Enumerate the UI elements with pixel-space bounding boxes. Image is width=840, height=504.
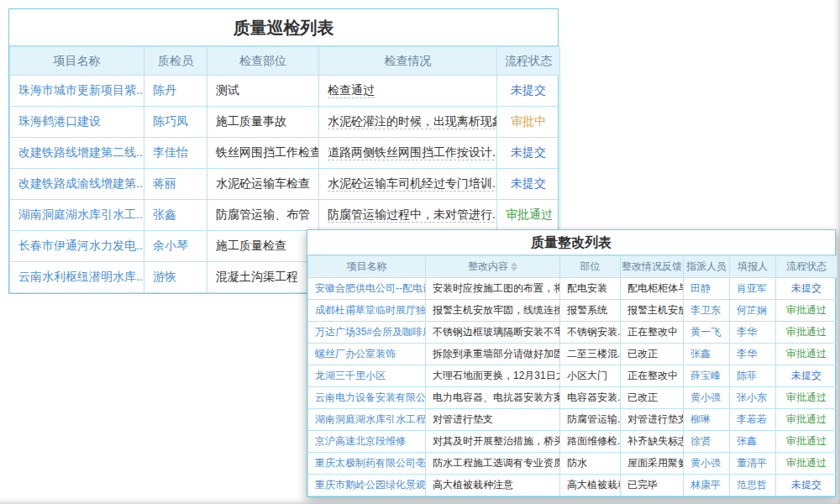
assignee-link[interactable]: 黄小强 [690,457,721,469]
feedback-text: 正在整改中 [627,326,678,338]
inspect-result-text: 防腐管运输过程中，未对管进行... [328,207,497,223]
inspection-table-row: 改建铁路成渝线增建第... 蒋丽 水泥砼运输车检查 水泥砼运输车司机经过专门培训… [10,169,560,200]
col-header-assignee: 指派人员 [684,256,730,278]
col-header-inspect-part: 检查部位 [207,47,319,76]
project-name-link[interactable]: 京沪高速北京段维修 [315,435,406,447]
rectify-content-text: 对管进行垫支 [433,413,493,425]
rectify-content-text: 对其及时开展整治措施，桥头... [433,435,560,447]
project-name-link[interactable]: 长春市伊通河水力发电... [18,239,144,252]
project-name-link[interactable]: 湖南洞庭湖水库引水工... [18,207,144,221]
project-name-link[interactable]: 改建铁路线增建第二线... [18,145,144,159]
reporter-link[interactable]: 李若若 [737,413,767,425]
col-header-reporter: 填报人 [730,256,776,278]
reporter-link[interactable]: 张鑫 [737,435,757,447]
inspect-part-text: 铁丝网围挡工作检查 [216,145,319,159]
flow-status-text: 未提交 [791,282,822,294]
inspector-link[interactable]: 蒋丽 [153,176,176,190]
project-name-link[interactable]: 万达广场35#会所及咖啡厅空... [315,326,426,338]
reporter-link[interactable]: 董清平 [737,457,767,469]
part-text: 防腐管运输... [567,413,621,425]
assignee-link[interactable]: 薛宝峰 [690,370,721,381]
rectify-content-text: 不锈钢边框玻璃隔断安装不牢... [433,326,560,338]
flow-status-text: 审批通过 [506,207,553,221]
col-header-feedback: 整改情况反馈 [621,256,684,278]
project-name-link[interactable]: 成都杜甫草堂临时展厅独立展... [315,304,426,316]
rectification-table-row: 成都杜甫草堂临时展厅独立展... 报警主机安放牢固，线缆连接... 报警系统 报… [308,300,837,322]
inspector-link[interactable]: 陈巧凤 [153,114,188,128]
part-text: 配电安装 [567,282,607,294]
inspect-part-text: 施工质量事故 [216,114,286,128]
rectify-content-text: 高大植被栽种注意 [433,479,513,491]
assignee-link[interactable]: 黄小强 [690,391,721,403]
project-name-link[interactable]: 重庆太极制药有限公司亳州中... [315,457,426,469]
page: 质量巡检列表 项目名称 质检员 检查部位 检查情况 流程状态 珠海市城市更新项目… [0,0,840,504]
inspector-link[interactable]: 李佳怡 [153,145,188,159]
reporter-link[interactable]: 肖亚军 [737,282,767,294]
rectify-content-label: 整改内容 [468,260,508,272]
assignee-link[interactable]: 张鑫 [690,348,711,360]
reporter-link[interactable]: 陈菲 [737,370,757,381]
project-name-link[interactable]: 珠海鹤港口建设 [18,114,101,128]
inspector-link[interactable]: 陈丹 [153,83,176,97]
assignee-link[interactable]: 黄一飞 [690,326,721,338]
col-header-inspect-result: 检查情况 [319,47,497,76]
inspection-table-row: 湖南洞庭湖水库引水工... 张鑫 防腐管运输、布管 防腐管运输过程中，未对管进行… [10,200,560,231]
project-name-link[interactable]: 改建铁路成渝线增建第... [18,176,144,190]
project-name-link[interactable]: 螺丝厂办公室装饰 [315,348,396,360]
project-name-link[interactable]: 云南电力设备安装有限公司20... [315,391,426,403]
rectify-content-text: 大理石地面更换，12月31日之... [433,370,560,381]
flow-status-text: 未提交 [791,370,822,381]
inspector-link[interactable]: 游恢 [153,270,176,283]
project-name-link[interactable]: 湖南洞庭湖水库引水工程施工1标 [315,413,426,425]
feedback-text: 补齐缺失标志... [627,435,684,447]
flow-status-text: 未提交 [511,83,546,97]
project-name-link[interactable]: 云南水利枢纽潜明水库... [18,270,144,283]
rectification-table-row: 螺丝厂办公室装饰 拆除到承重墙部分请做好加固... 二至三楼混... 已改正 张… [308,344,837,365]
feedback-text: 已改正 [627,391,658,403]
assignee-link[interactable]: 徐贤 [690,435,711,447]
col-header-flow-status: 流程状态 [497,47,560,76]
inspect-part-text: 混凝土沟渠工程 [216,270,298,283]
inspect-result-text: 水泥砼运输车司机经过专门培训... [328,176,497,192]
inspector-link[interactable]: 余小琴 [153,239,188,252]
col-header-inspector: 质检员 [144,47,207,76]
rectification-table-row: 龙湖三千里小区 大理石地面更换，12月31日之... 小区大门 正在整改中 薛宝… [308,365,837,387]
flow-status-text: 审批通过 [786,304,827,316]
project-name-link[interactable]: 安徽合肥供电公司--配电设备... [315,282,426,294]
rectification-table-row: 湖南洞庭湖水库引水工程施工1标 对管进行垫支 防腐管运输... 对管进行垫支 柳… [308,409,837,431]
feedback-text: 已完毕 [627,479,658,491]
assignee-link[interactable]: 李卫东 [690,304,721,316]
assignee-link[interactable]: 田静 [690,282,711,294]
reporter-link[interactable]: 何芷娴 [737,304,767,316]
project-name-link[interactable]: 重庆市鹅岭公园绿化景观提升... [315,479,426,491]
rectify-content-text: 安装时应按施工图的布置，将... [433,282,560,294]
inspect-part-text: 测试 [216,83,239,97]
rectification-table-row: 京沪高速北京段维修 对其及时开展整治措施，桥头... 路面维修检... 补齐缺失… [308,431,837,453]
rectify-content-text: 报警主机安放牢固，线缆连接... [433,304,560,316]
inspection-table-row: 改建铁路线增建第二线... 李佳怡 铁丝网围挡工作检查 道路两侧铁丝网围挡工作按… [10,138,560,169]
inspection-table-row: 珠海鹤港口建设 陈巧凤 施工质量事故 水泥砼灌注的时候，出现离析现象 审批中 [10,107,560,138]
flow-status-text: 审批通过 [786,413,827,425]
project-name-link[interactable]: 珠海市城市更新项目紫... [18,83,144,97]
reporter-link[interactable]: 李华 [737,348,757,360]
flow-status-text: 审批通过 [786,348,827,360]
sort-icon[interactable] [511,262,517,271]
col-header-rectify-content[interactable]: 整改内容 [426,256,560,278]
part-text: 路面维修检... [567,435,621,447]
flow-status-text: 未提交 [511,176,546,190]
reporter-link[interactable]: 李华 [737,326,757,338]
rectification-table-row: 万达广场35#会所及咖啡厅空... 不锈钢边框玻璃隔断安装不牢... 不锈钢安装… [308,322,837,344]
rectification-table: 项目名称 整改内容 部位 整改情况反馈 指派人员 填报人 流程状态 安徽合肥供电… [307,255,837,496]
project-name-link[interactable]: 龙湖三千里小区 [315,370,386,381]
assignee-link[interactable]: 林康平 [690,479,721,491]
part-text: 二至三楼混... [567,348,621,360]
reporter-link[interactable]: 张小东 [737,391,767,403]
inspector-link[interactable]: 张鑫 [153,207,176,221]
feedback-text: 报警主机安放... [627,304,684,316]
rectification-table-title: 质量整改列表 [307,230,835,255]
reporter-link[interactable]: 范思哲 [737,479,767,491]
assignee-link[interactable]: 柳琳 [690,413,711,425]
feedback-text: 对管进行垫支 [627,413,684,425]
rectify-content-text: 防水工程施工选调有专业资质... [433,457,560,469]
rectify-content-text: 电力电容器、电抗器安装方案,... [433,391,560,403]
